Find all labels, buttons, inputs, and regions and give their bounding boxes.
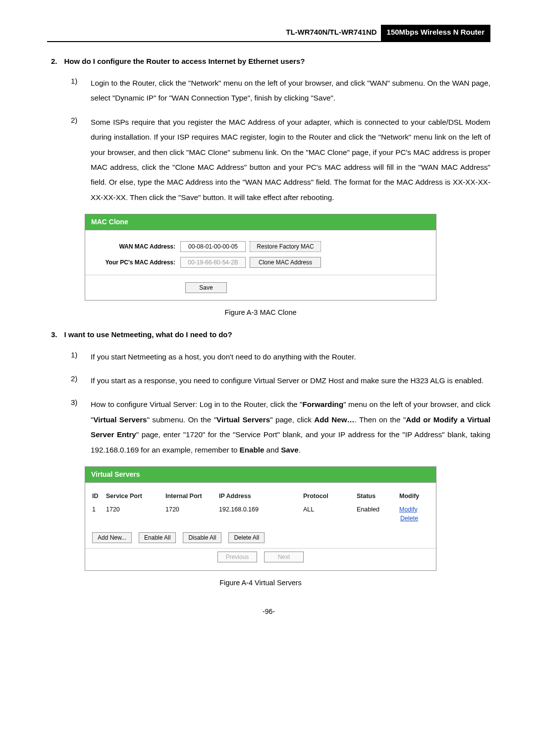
question-2: 2. How do I configure the Router to acce… <box>51 56 490 67</box>
q2-step-2: 2) Some ISPs require that you register t… <box>71 115 490 205</box>
table-row: 1 1720 1720 192.168.0.169 ALL Enabled Mo… <box>92 505 429 524</box>
t: . Then on the " <box>355 415 406 424</box>
cell-ip-address: 192.168.0.169 <box>219 505 303 524</box>
t: Enable <box>240 446 265 454</box>
t: Add New… <box>314 415 354 424</box>
pc-mac-input: 00-19-66-80-54-2B <box>180 257 246 268</box>
question-num: 3. <box>51 329 57 341</box>
col-internal-port: Internal Port <box>165 492 219 501</box>
next-button[interactable]: Next <box>264 552 304 562</box>
col-id: ID <box>92 492 106 501</box>
step-text: If you start as a response, you need to … <box>91 373 490 388</box>
cell-id: 1 <box>92 505 106 524</box>
t: Virtual Servers <box>216 415 270 424</box>
q3-step-3: 3) How to configure Virtual Server: Log … <box>71 397 490 457</box>
cell-status: Enabled <box>357 505 399 524</box>
question-num: 2. <box>51 56 57 67</box>
step-text: If you start Netmeeting as a host, you d… <box>91 350 490 364</box>
t: " page, click <box>270 415 314 424</box>
figure-caption: Figure A-3 MAC Clone <box>85 307 436 318</box>
add-new-button[interactable]: Add New... <box>92 532 132 543</box>
wan-mac-label: WAN MAC Address: <box>95 242 180 251</box>
mac-clone-panel: MAC Clone WAN MAC Address: 00-08-01-00-0… <box>85 214 436 301</box>
pc-mac-label: Your PC's MAC Address: <box>95 258 180 267</box>
page-header: TL-WR740N/TL-WR741ND 150Mbps Wireless N … <box>47 25 490 42</box>
t: Save <box>281 446 298 454</box>
step-num: 2) <box>71 115 83 205</box>
col-service-port: Service Port <box>106 492 165 501</box>
question-title: I want to use Netmeeting, what do I need… <box>64 329 232 341</box>
header-desc: 150Mbps Wireless N Router <box>381 25 490 41</box>
step-num: 3) <box>71 397 83 457</box>
delete-link[interactable]: Delete <box>400 515 418 522</box>
panel-title: Virtual Servers <box>85 467 436 483</box>
disable-all-button[interactable]: Disable All <box>183 532 221 543</box>
q2-step-1: 1) Login to the Router, click the "Netwo… <box>71 76 490 106</box>
delete-all-button[interactable]: Delete All <box>228 532 265 543</box>
cell-internal-port: 1720 <box>165 505 219 524</box>
step-num: 1) <box>71 350 83 364</box>
q3-step-1: 1) If you start Netmeeting as a host, yo… <box>71 350 490 364</box>
figure-virtual-servers: Virtual Servers ID Service Port Internal… <box>85 466 490 589</box>
restore-factory-mac-button[interactable]: Restore Factory MAC <box>250 241 321 252</box>
page-number: -96- <box>47 606 490 617</box>
t: Virtual Servers <box>93 415 147 424</box>
cell-service-port: 1720 <box>106 505 165 524</box>
t: . <box>299 446 301 454</box>
virtual-servers-panel: Virtual Servers ID Service Port Internal… <box>85 466 436 571</box>
step-num: 1) <box>71 76 83 106</box>
step-text: How to configure Virtual Server: Log in … <box>91 397 490 457</box>
table-header: ID Service Port Internal Port IP Address… <box>92 492 429 501</box>
col-protocol: Protocol <box>303 492 357 501</box>
t: and <box>264 446 281 454</box>
wan-mac-input[interactable]: 00-08-01-00-00-05 <box>180 241 246 252</box>
previous-button[interactable]: Previous <box>217 552 257 562</box>
col-status: Status <box>357 492 399 501</box>
save-button[interactable]: Save <box>185 282 227 293</box>
q3-step-2: 2) If you start as a response, you need … <box>71 373 490 388</box>
step-num: 2) <box>71 373 83 388</box>
t: How to configure Virtual Server: Log in … <box>91 400 302 408</box>
step-text: Login to the Router, click the "Network"… <box>91 76 490 106</box>
header-model: TL-WR740N/TL-WR741ND <box>47 25 381 41</box>
step-text: Some ISPs require that you register the … <box>91 115 490 205</box>
enable-all-button[interactable]: Enable All <box>139 532 176 543</box>
t: Forwarding <box>302 400 343 408</box>
question-title: How do I configure the Router to access … <box>64 56 305 67</box>
clone-mac-address-button[interactable]: Clone MAC Address <box>250 257 321 268</box>
cell-protocol: ALL <box>303 505 357 524</box>
panel-title: MAC Clone <box>85 214 436 230</box>
col-modify: Modify <box>399 492 429 501</box>
question-3: 3. I want to use Netmeeting, what do I n… <box>51 329 490 341</box>
figure-mac-clone: MAC Clone WAN MAC Address: 00-08-01-00-0… <box>85 214 490 318</box>
col-ip-address: IP Address <box>219 492 303 501</box>
modify-link[interactable]: Modify <box>399 506 418 513</box>
figure-caption: Figure A-4 Virtual Servers <box>85 578 436 589</box>
t: " submenu. On the " <box>147 415 216 424</box>
